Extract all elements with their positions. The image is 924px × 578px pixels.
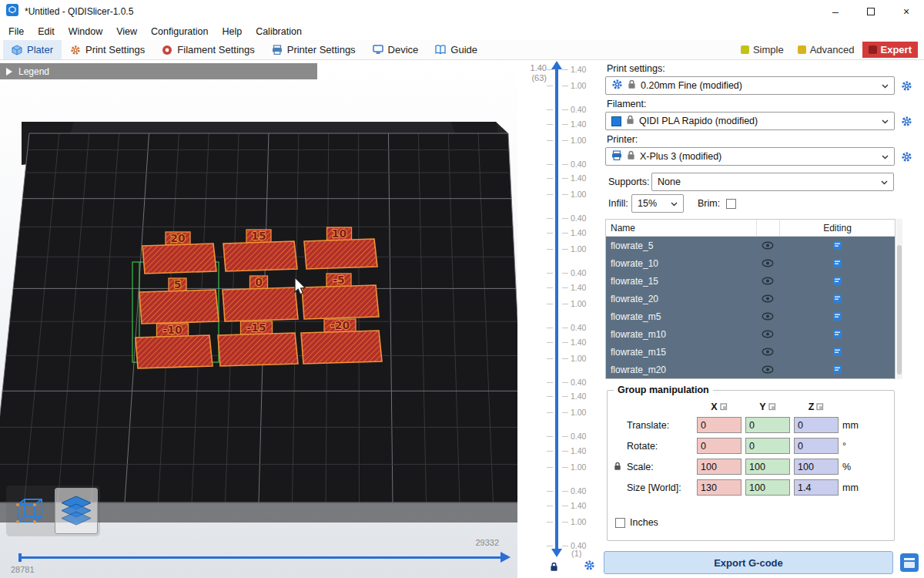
horizontal-move-slider[interactable] [0, 552, 517, 564]
inches-checkbox[interactable] [615, 518, 625, 528]
object-editing-button[interactable] [779, 311, 895, 321]
printer-status-button[interactable] [899, 552, 919, 576]
layer-slider-handle[interactable] [551, 549, 562, 557]
mode-expert[interactable]: Expert [862, 42, 918, 58]
close-button[interactable]: × [889, 0, 924, 23]
mode-label: Advanced [810, 44, 855, 55]
layer-tick: 1.00 [547, 463, 586, 471]
tab-guide[interactable]: Guide [427, 40, 486, 59]
object-row[interactable]: flowrate_m10 [606, 325, 895, 343]
scrollbar-thumb[interactable] [897, 245, 902, 375]
minimize-button[interactable]: – [818, 0, 853, 23]
layer-slider-up-arrow-icon[interactable] [551, 61, 562, 69]
toggle-visibility-button[interactable] [756, 294, 779, 303]
toggle-visibility-button[interactable] [756, 259, 779, 267]
object-editing-button[interactable] [779, 240, 895, 250]
tab-printer-settings[interactable]: Printer Settings [263, 40, 364, 59]
object-editing-button[interactable] [779, 365, 895, 375]
x-value-input[interactable]: 100 [697, 459, 742, 475]
y-value-input[interactable]: 0 [745, 438, 790, 454]
menu-edit[interactable]: Edit [31, 25, 62, 39]
print-settings-combo[interactable]: 0.20mm Fine (modified) [605, 76, 895, 95]
editor-view-button[interactable] [8, 488, 52, 534]
object-row[interactable]: flowrate_10 [606, 254, 895, 272]
hslider-handle[interactable] [18, 553, 22, 562]
menu-help[interactable]: Help [215, 25, 249, 39]
printer-gear-button[interactable] [901, 151, 912, 163]
x-value-input[interactable]: 0 [697, 417, 742, 433]
object-editing-button[interactable] [779, 294, 895, 304]
tab-print-settings[interactable]: Print Settings [62, 40, 153, 59]
object-row[interactable]: flowrate_m15 [606, 343, 895, 361]
object-editing-button[interactable] [779, 347, 895, 357]
object-row[interactable]: flowrate_m5 [606, 307, 895, 325]
x-value-input[interactable]: 130 [697, 479, 742, 496]
y-value-input[interactable]: 0 [745, 417, 790, 433]
object-name: flowrate_15 [606, 276, 756, 287]
object-editing-button[interactable] [779, 276, 895, 286]
toggle-visibility-button[interactable] [756, 348, 779, 356]
layer-tick: 1.00 [547, 300, 586, 307]
viewport-3d[interactable]: 20151050-5-10-15-20 Legend 29332 28781 [0, 60, 517, 578]
x-value-input[interactable]: 0 [697, 438, 742, 454]
z-value-input[interactable]: 1.4 [794, 479, 839, 496]
z-value-input[interactable]: 0 [794, 417, 839, 433]
object-list-scrollbar[interactable] [896, 219, 902, 379]
object-editing-button[interactable] [779, 329, 895, 339]
object-row[interactable]: flowrate_m20 [606, 361, 895, 378]
legend-toggle[interactable]: Legend [0, 63, 317, 79]
mode-switch: SimpleAdvancedExpert [735, 40, 924, 59]
y-value-input[interactable]: 100 [745, 459, 790, 475]
menu-calibration[interactable]: Calibration [249, 25, 309, 39]
editing-icon [832, 365, 842, 375]
object-row[interactable]: flowrate_5 [606, 237, 895, 254]
tab-plater[interactable]: Plater [3, 40, 62, 59]
toggle-visibility-button[interactable] [756, 365, 779, 374]
mode-advanced[interactable]: Advanced [792, 42, 861, 58]
printer-combo[interactable]: X-Plus 3 (modified) [605, 147, 895, 166]
vertical-layer-slider[interactable] [555, 69, 558, 549]
chevron-down-icon [881, 180, 888, 185]
print-settings-value: 0.20mm Fine (modified) [641, 80, 877, 91]
filament-gear-button[interactable] [901, 116, 912, 127]
slider-lock-button[interactable] [550, 561, 558, 575]
menu-window[interactable]: Window [62, 25, 109, 39]
eye-icon [762, 312, 774, 321]
layer-tick-label: 0.40 [571, 432, 586, 441]
preview-view-button[interactable] [55, 488, 98, 534]
z-value-input[interactable]: 0 [794, 438, 839, 454]
y-value-input[interactable]: 100 [745, 479, 790, 496]
layer-tick: 1.40 [547, 174, 586, 182]
toggle-visibility-button[interactable] [756, 277, 779, 285]
infill-combo[interactable]: 15% [631, 194, 684, 213]
chevron-down-icon [882, 151, 889, 162]
maximize-button[interactable] [853, 0, 889, 23]
object-row[interactable]: flowrate_20 [606, 290, 895, 307]
supports-combo[interactable]: None [651, 173, 894, 191]
layer-tick-label: 1.00 [571, 136, 586, 145]
menu-configuration[interactable]: Configuration [144, 25, 215, 39]
filament-combo[interactable]: QIDI PLA Rapido (modified) [605, 112, 895, 130]
slider-settings-button[interactable] [584, 560, 595, 574]
object-row[interactable]: flowrate_15 [606, 272, 895, 290]
menu-view[interactable]: View [109, 25, 144, 39]
menu-file[interactable]: File [2, 25, 31, 39]
toggle-visibility-button[interactable] [756, 312, 779, 321]
printer-icon [272, 45, 283, 55]
hslider-track[interactable] [19, 556, 502, 559]
tab-filament-settings[interactable]: Filament Settings [153, 40, 263, 59]
inches-option: Inches [615, 517, 658, 528]
toggle-visibility-button[interactable] [756, 241, 779, 250]
mode-simple[interactable]: Simple [735, 42, 790, 58]
object-editing-button[interactable] [779, 258, 895, 268]
tab-device[interactable]: Device [364, 40, 427, 59]
layer-tick: 1.00 [547, 82, 586, 89]
toggle-visibility-button[interactable] [756, 330, 779, 338]
brim-checkbox[interactable] [726, 199, 736, 209]
layer-slider-bottom-readout: (1) [571, 549, 581, 558]
print-settings-gear-button[interactable] [901, 80, 912, 92]
export-gcode-button[interactable]: Export G-code [604, 551, 893, 574]
hslider-arrow-icon[interactable] [500, 552, 511, 563]
patch-number-label: -5 [333, 274, 345, 286]
z-value-input[interactable]: 100 [794, 459, 839, 475]
